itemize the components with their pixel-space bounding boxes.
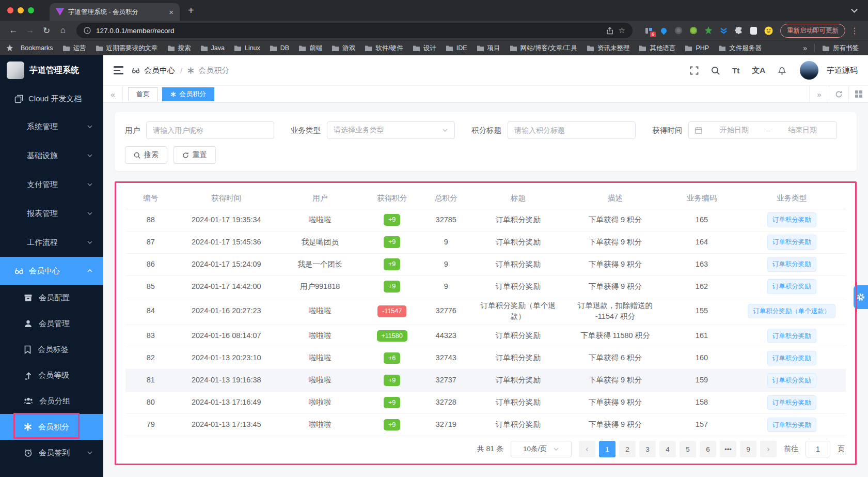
bookmark-folder[interactable]: 近期需要读的文章 bbox=[91, 42, 162, 54]
sidebar-item-member-tag[interactable]: 会员标签 bbox=[0, 336, 103, 362]
tab-manager-extension-icon[interactable]: 6 bbox=[644, 26, 653, 35]
search-icon[interactable] bbox=[711, 66, 720, 75]
tabs-expand-icon[interactable]: » bbox=[809, 86, 829, 102]
next-page-button[interactable]: › bbox=[760, 441, 777, 457]
table-row[interactable]: 81 2024-01-13 19:16:38 啦啦啦 +9 32737 订单积分… bbox=[125, 370, 846, 392]
sidebar-item-member-config[interactable]: 会员配置 bbox=[0, 285, 103, 311]
layout-grid-icon[interactable] bbox=[848, 86, 868, 102]
site-info-icon[interactable] bbox=[84, 27, 91, 34]
new-tab-button[interactable]: + bbox=[188, 5, 194, 17]
bookmark-folder[interactable]: DB bbox=[265, 43, 293, 53]
all-bookmarks-folder[interactable]: 所有书签 bbox=[818, 42, 863, 54]
close-window-button[interactable] bbox=[7, 7, 13, 13]
smiley-extension-icon[interactable] bbox=[764, 26, 773, 35]
bookmark-folder[interactable]: 前端 bbox=[294, 42, 326, 54]
dark-circle-extension-icon[interactable] bbox=[674, 26, 683, 35]
sidebar-item-member-manage[interactable]: 会员管理 bbox=[0, 311, 103, 336]
refresh-icon[interactable] bbox=[829, 86, 848, 102]
green-circle-extension-icon[interactable] bbox=[689, 26, 698, 35]
green-star-extension-icon[interactable] bbox=[704, 26, 713, 35]
puzzle-extension-icon[interactable] bbox=[734, 26, 743, 35]
sidebar-group[interactable]: 基础设施 bbox=[0, 141, 103, 170]
page-number-button[interactable]: ••• bbox=[720, 441, 736, 457]
home-button[interactable]: ⌂ bbox=[56, 25, 70, 36]
tab-search-chevron-icon[interactable] bbox=[851, 6, 858, 13]
user-avatar[interactable] bbox=[800, 61, 818, 80]
sidebar-group[interactable]: 系统管理 bbox=[0, 112, 103, 141]
app-logo[interactable]: 芋道管理系统 bbox=[0, 55, 103, 85]
double-chevron-extension-icon[interactable] bbox=[719, 26, 728, 35]
reset-button[interactable]: 重置 bbox=[173, 146, 216, 164]
page-number-button[interactable]: 5 bbox=[680, 441, 696, 457]
reload-button[interactable]: ↻ bbox=[39, 25, 54, 36]
bookmark-folder[interactable]: 软件/硬件 bbox=[360, 42, 407, 54]
page-number-button[interactable]: 2 bbox=[619, 441, 636, 457]
address-bar[interactable]: 127.0.0.1/member/record ☆ bbox=[76, 23, 633, 38]
bookmark-folder[interactable]: Java bbox=[196, 43, 229, 53]
back-button[interactable]: ← bbox=[6, 25, 21, 36]
table-row[interactable]: 86 2024-01-17 15:24:09 我是一个团长 +9 9 订单积分奖… bbox=[125, 253, 846, 275]
bookmarks-label[interactable]: Bookmarks bbox=[17, 43, 57, 53]
bookmark-folder[interactable]: PHP bbox=[681, 43, 713, 53]
browser-tab[interactable]: 芋道管理系统 - 会员积分 × bbox=[50, 3, 180, 21]
prev-page-button[interactable]: ‹ bbox=[579, 441, 595, 457]
sidebar-item-member-group[interactable]: 会员分组 bbox=[0, 388, 103, 414]
tab-close-icon[interactable]: × bbox=[169, 8, 173, 17]
page-number-button[interactable]: 3 bbox=[639, 441, 656, 457]
biz-type-select[interactable]: 请选择业务类型 bbox=[327, 121, 455, 139]
locale-icon[interactable]: 文A bbox=[752, 66, 765, 75]
bookmark-star-icon[interactable]: ☆ bbox=[619, 26, 625, 35]
page-size-select[interactable]: 10条/页 bbox=[511, 441, 572, 457]
date-range-picker[interactable]: 开始日期 – 结束日期 bbox=[688, 121, 837, 139]
table-row[interactable]: 84 2024-01-16 20:27:23 啦啦啦 -11547 32776 … bbox=[125, 298, 846, 325]
breadcrumb-item[interactable]: 会员中心 bbox=[144, 66, 175, 75]
sidebar-item-member-points[interactable]: 会员积分 bbox=[0, 414, 103, 440]
bookmark-folder[interactable]: 运营 bbox=[58, 42, 90, 54]
bookmark-folder[interactable]: 设计 bbox=[408, 42, 440, 54]
page-number-button[interactable]: 4 bbox=[659, 441, 676, 457]
bookmark-folder[interactable]: IDE bbox=[441, 43, 471, 53]
page-tab-home[interactable]: 首页 bbox=[128, 87, 158, 101]
droplet-extension-icon[interactable] bbox=[659, 26, 668, 35]
font-size-icon[interactable]: Tt bbox=[732, 66, 739, 75]
sidebar-group[interactable]: 报表管理 bbox=[0, 199, 103, 228]
sidebar-item-member-center[interactable]: 会员中心 bbox=[0, 257, 103, 285]
sidebar-item-member-signin[interactable]: 会员签到 bbox=[0, 440, 103, 466]
bookmark-folder[interactable]: 游戏 bbox=[327, 42, 359, 54]
sidebar-item-cloud-docs[interactable]: Cloud 开发文档 bbox=[0, 85, 103, 112]
zoom-window-button[interactable] bbox=[28, 7, 34, 13]
page-tab-member-points[interactable]: 会员积分 bbox=[162, 87, 214, 101]
minimize-window-button[interactable] bbox=[18, 7, 24, 13]
bookmarks-overflow-icon[interactable]: » bbox=[799, 44, 811, 52]
browser-menu-icon[interactable]: ⋮ bbox=[850, 26, 859, 36]
tabs-collapse-icon[interactable]: « bbox=[103, 86, 123, 102]
username[interactable]: 芋道源码 bbox=[827, 66, 858, 75]
page-number-button[interactable]: 6 bbox=[700, 441, 716, 457]
table-row[interactable]: 82 2024-01-13 20:23:10 啦啦啦 +6 32743 订单积分… bbox=[125, 347, 846, 370]
table-row[interactable]: 80 2024-01-13 17:16:49 啦啦啦 +9 32728 订单积分… bbox=[125, 392, 846, 414]
page-number-button[interactable]: 1 bbox=[599, 441, 616, 457]
bookmark-folder[interactable]: Linux bbox=[230, 43, 264, 53]
bookmark-folder[interactable]: 文件服务器 bbox=[714, 42, 766, 54]
reading-list-extension-icon[interactable] bbox=[749, 26, 758, 35]
collapse-menu-icon[interactable] bbox=[114, 66, 123, 74]
theme-settings-button[interactable] bbox=[854, 285, 868, 309]
points-title-input[interactable] bbox=[508, 121, 636, 139]
forward-button[interactable]: → bbox=[23, 25, 37, 36]
bookmark-folder[interactable]: 网站/博客/文章/工具 bbox=[506, 42, 581, 54]
table-row[interactable]: 85 2024-01-17 14:42:00 用户991818 +9 9 订单积… bbox=[125, 275, 846, 298]
fullscreen-icon[interactable] bbox=[690, 66, 699, 75]
search-button[interactable]: 搜索 bbox=[125, 146, 167, 164]
sidebar-group[interactable]: 工作流程 bbox=[0, 228, 103, 257]
notification-bell-icon[interactable] bbox=[778, 66, 786, 75]
page-number-button[interactable]: 9 bbox=[740, 441, 756, 457]
sidebar-group[interactable]: 支付管理 bbox=[0, 170, 103, 199]
user-nickname-input[interactable] bbox=[146, 121, 274, 139]
share-icon[interactable] bbox=[606, 27, 613, 35]
bookmark-folder[interactable]: 其他语言 bbox=[635, 42, 680, 54]
table-row[interactable]: 87 2024-01-17 15:45:36 我是噶团员 +9 9 订单积分奖励… bbox=[125, 231, 846, 253]
sidebar-item-member-level[interactable]: 会员等级 bbox=[0, 362, 103, 388]
chrome-update-button[interactable]: 重新启动即可更新 bbox=[780, 24, 845, 38]
bookmark-folder[interactable]: 搜索 bbox=[163, 42, 195, 54]
bookmark-folder[interactable]: 资讯未整理 bbox=[582, 42, 634, 54]
